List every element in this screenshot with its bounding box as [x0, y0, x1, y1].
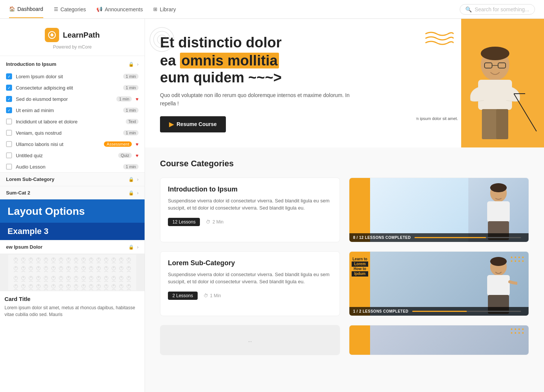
lesson-badge-5: Text	[126, 119, 139, 124]
resume-btn-label: Resume Course	[177, 121, 217, 127]
thumb-ipdum: Ipdum	[352, 271, 368, 277]
hero-image-area: ⭐ Lorem ipsum dolor sit amet.	[416, 19, 544, 147]
progress-label-2: 1 / 2 LESSONS COMPLETED	[353, 309, 408, 313]
nav-library[interactable]: ⊞ Library	[153, 1, 176, 18]
person-thumb-bg	[468, 178, 529, 242]
progress-label-1: 8 / 12 LESSONS COMPLETED	[353, 236, 411, 240]
svg-point-119	[68, 285, 69, 286]
svg-point-91	[83, 277, 84, 278]
overlay-area: Layout Options Example 3	[0, 199, 145, 240]
thumb-how: How to	[352, 267, 368, 271]
chevron-icon[interactable]: ›	[137, 61, 139, 67]
svg-point-173	[522, 332, 524, 334]
certificate-text: Lorem ipsum dolor sit amet.	[416, 116, 458, 121]
sidebar: LearnPath Powered by mCore Introduction …	[0, 19, 145, 392]
chevron-icon-bottom[interactable]: ›	[137, 244, 139, 250]
sub-section-sumcat2[interactable]: Sum-Cat 2 🔒 ›	[0, 186, 145, 199]
search-bar[interactable]: 🔍 Search for something...	[460, 4, 535, 15]
lesson-checkbox-7[interactable]	[6, 141, 12, 147]
lesson-checkbox-1[interactable]: ✓	[6, 73, 12, 79]
logo-icon	[45, 28, 59, 42]
thumb-3-bg	[349, 325, 529, 355]
svg-point-61	[90, 267, 92, 268]
category-intro-lessons: 12 Lessons	[168, 218, 200, 226]
lesson-badge-8: Quiz	[118, 153, 132, 158]
svg-point-69	[120, 267, 122, 268]
example-bar: Example 3	[0, 223, 145, 240]
svg-point-131	[113, 285, 114, 286]
lesson-checkbox-8[interactable]	[6, 152, 12, 158]
svg-point-37	[120, 258, 122, 260]
lesson-badge-1: 1 min	[123, 74, 139, 79]
svg-point-151	[490, 183, 507, 192]
lesson-item[interactable]: Veniam, quis nostrud 1 min	[0, 127, 145, 138]
svg-point-33	[105, 258, 107, 260]
logo-text: LearnPath	[63, 31, 100, 40]
svg-point-170	[511, 332, 512, 334]
play-icon: ▶	[169, 121, 174, 128]
svg-point-168	[518, 328, 520, 330]
svg-point-113	[45, 285, 47, 286]
thumb-2-bg: Learn to Lorem How to Ipdum	[349, 252, 529, 316]
sidebar-bottom-section: ew Ipsum Dolor 🔒 ›	[0, 240, 145, 322]
lesson-checkbox-3[interactable]: ✓	[6, 96, 12, 102]
chevron-icon-sub1[interactable]: ›	[137, 176, 139, 182]
section-intro-icons: 🔒 ›	[128, 61, 139, 67]
category-card-intro-thumb[interactable]: 8 / 12 LESSONS COMPLETED	[349, 178, 529, 242]
lesson-item[interactable]: Incididunt ut labore et dolore Text	[0, 116, 145, 127]
lesson-item[interactable]: Audio Lesson 1 min	[0, 161, 145, 172]
lesson-badge-4: 1 min	[123, 108, 139, 113]
hero-title-part1: Et distinctio dolor	[160, 35, 282, 50]
nav-dashboard[interactable]: 🏠 Dashboard	[9, 1, 43, 18]
lesson-item[interactable]: ✓ Consectetur adipiscing elit 1 min	[0, 82, 145, 93]
svg-point-169	[522, 328, 524, 330]
nav-announcements[interactable]: 📢 Announcements	[96, 1, 143, 18]
svg-rect-152	[487, 201, 510, 222]
lessons-list: ✓ Lorem Ipsum dolor sit 1 min ✓ Consecte…	[0, 71, 145, 172]
category-card-3[interactable]: ...	[160, 325, 340, 355]
svg-point-67	[113, 267, 114, 268]
lesson-item-untitled-quiz[interactable]: Untitled quiz Quiz ♥	[0, 150, 145, 161]
lesson-item[interactable]: ✓ Ut enim ad minim 1 min	[0, 105, 145, 116]
svg-point-39	[128, 258, 130, 260]
section-intro-title: Introduction to Ipsum	[6, 61, 56, 67]
svg-point-121	[75, 285, 77, 286]
layout-options-label: Layout Options	[8, 205, 85, 217]
lesson-item[interactable]: Ullamco laboris nisi ut Assessment ♥	[0, 138, 145, 150]
category-card-4-thumb[interactable]	[349, 325, 529, 355]
nav-categories[interactable]: ☰ Categories	[54, 1, 86, 18]
chevron-icon-sub2[interactable]: ›	[137, 190, 139, 196]
svg-rect-164	[487, 275, 510, 296]
hero-highlight: omnis mollitia	[180, 53, 279, 68]
spiral-decoration	[149, 26, 175, 54]
category-card-lorem-body: Lorem Sub-Category Suspendisse viverra d…	[160, 252, 340, 307]
category-card-lorem[interactable]: Lorem Sub-Category Suspendisse viverra d…	[160, 251, 340, 316]
lesson-label-8: Untitled quiz	[16, 153, 114, 158]
lesson-item[interactable]: ✓ Lorem Ipsum dolor sit 1 min	[0, 71, 145, 82]
category-lorem-desc: Suspendisse viverra dolor id consectetur…	[168, 271, 332, 286]
progress-bar-2: 1 / 2 LESSONS COMPLETED	[349, 307, 529, 316]
hero-title-3: eum quidem ~~~>	[160, 70, 356, 86]
lesson-badge-2: 1 min	[123, 85, 139, 90]
svg-point-172	[518, 332, 520, 334]
svg-point-27	[83, 258, 84, 260]
category-card-intro[interactable]: Introduction to Ipsum Suspendisse viverr…	[160, 178, 340, 242]
lesson-checkbox-2[interactable]: ✓	[6, 85, 12, 91]
resume-course-button[interactable]: ▶ Resume Course	[160, 116, 226, 132]
svg-point-77	[30, 277, 32, 278]
svg-point-19	[53, 258, 54, 260]
lesson-checkbox-9[interactable]	[6, 164, 12, 170]
lesson-item[interactable]: ✓ Sed do eiusmod tempor 1 min ♥	[0, 93, 145, 105]
sub-section-sumcat2-title: Sum-Cat 2	[6, 190, 30, 196]
progress-fill-2	[412, 311, 466, 312]
category-card-lorem-thumb[interactable]: Learn to Lorem How to Ipdum	[349, 251, 529, 316]
svg-point-137	[154, 31, 170, 48]
sidebar-bottom-header[interactable]: ew Ipsum Dolor 🔒 ›	[0, 240, 145, 254]
heart-icon-8: ♥	[136, 153, 139, 158]
svg-point-11	[23, 258, 24, 260]
content-area: Et distinctio dolor ea omnis mollitia eu…	[145, 19, 544, 392]
lesson-checkbox-5[interactable]	[6, 119, 12, 125]
sub-section-lorem[interactable]: Lorem Sub-Category 🔒 ›	[0, 172, 145, 186]
lesson-checkbox-6[interactable]	[6, 130, 12, 136]
lesson-checkbox-4[interactable]: ✓	[6, 107, 12, 113]
